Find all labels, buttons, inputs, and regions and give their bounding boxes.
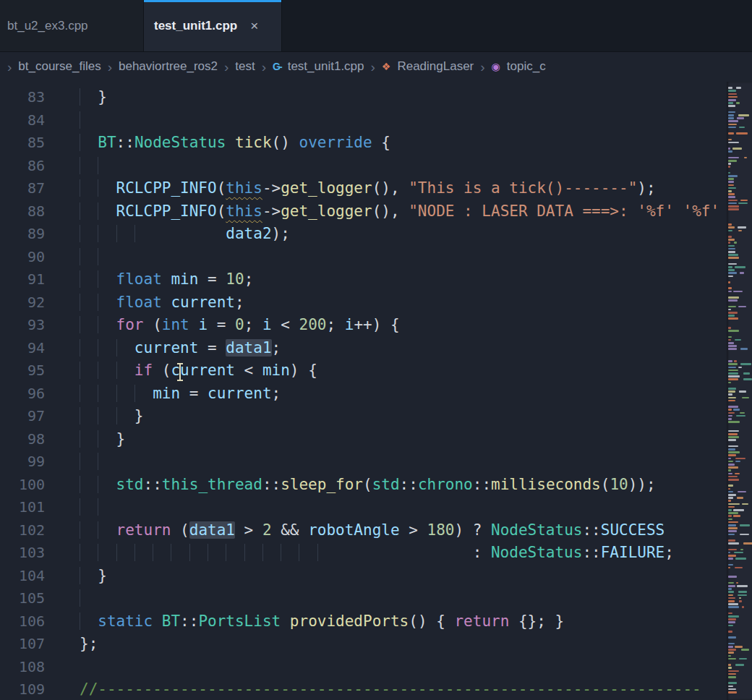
- code-text[interactable]: [45, 451, 116, 474]
- code-line[interactable]: 103 : NodeStatus::FAILURE;: [0, 542, 727, 565]
- line-number[interactable]: 86: [0, 155, 45, 178]
- line-number[interactable]: 102: [0, 519, 45, 542]
- code-editor-window: bt_u2_ex3.cpp test_unit1.cpp × › bt_cour…: [0, 0, 752, 700]
- code-text[interactable]: static BT::PortsList providedPorts() { r…: [45, 610, 564, 633]
- line-number[interactable]: 97: [0, 405, 45, 428]
- code-line[interactable]: 92 float current;: [0, 291, 727, 315]
- close-icon[interactable]: ×: [250, 18, 258, 34]
- code-line[interactable]: 104 }: [0, 565, 727, 588]
- tab-test-unit1[interactable]: test_unit1.cpp ×: [144, 0, 282, 51]
- code-text[interactable]: BT::NodeStatus tick() override {: [45, 132, 390, 155]
- code-text[interactable]: //--------------------------------------…: [45, 678, 701, 700]
- line-number[interactable]: 90: [0, 246, 45, 269]
- code-line[interactable]: 97 }: [0, 405, 727, 428]
- line-number[interactable]: 108: [0, 656, 45, 679]
- code-text[interactable]: [45, 496, 116, 519]
- code-text[interactable]: [45, 155, 116, 178]
- code-line[interactable]: 83 }: [0, 86, 727, 109]
- code-line[interactable]: 101: [0, 496, 727, 519]
- code-line[interactable]: 108: [0, 656, 727, 679]
- code-line[interactable]: 109//-----------------------------------…: [0, 678, 727, 700]
- code-line[interactable]: 90: [0, 246, 727, 269]
- code-text[interactable]: [45, 587, 98, 610]
- code-line[interactable]: 91 float min = 10;: [0, 268, 727, 291]
- breadcrumb-item-test-unit1-cpp[interactable]: test_unit1.cpp: [288, 59, 364, 74]
- code-line[interactable]: 89 data2);: [0, 223, 727, 246]
- line-number[interactable]: 105: [0, 587, 45, 610]
- line-number[interactable]: 84: [0, 109, 45, 132]
- code-text[interactable]: [45, 109, 98, 132]
- code-text[interactable]: }: [45, 405, 144, 428]
- code-text[interactable]: float min = 10;: [45, 268, 253, 291]
- breadcrumb-item-test[interactable]: test: [235, 59, 255, 74]
- code-lines[interactable]: 83 }84 85 BT::NodeStatus tick() override…: [0, 86, 727, 700]
- code-text[interactable]: current = data1;: [45, 337, 281, 360]
- code-area[interactable]: 83 }84 85 BT::NodeStatus tick() override…: [0, 82, 727, 700]
- code-text[interactable]: for (int i = 0; i < 200; i++) {: [45, 314, 400, 337]
- minimap[interactable]: [727, 82, 752, 700]
- code-text[interactable]: std::this_thread::sleep_for(std::chrono:…: [45, 474, 656, 497]
- code-text[interactable]: [45, 246, 116, 269]
- code-line[interactable]: 87 RCLCPP_INFO(this->get_logger(), "This…: [0, 177, 727, 200]
- code-line[interactable]: 99: [0, 451, 727, 474]
- chevron-right-icon: ›: [224, 60, 228, 74]
- code-text[interactable]: [45, 656, 80, 679]
- line-number[interactable]: 100: [0, 474, 45, 497]
- line-number[interactable]: 85: [0, 132, 45, 155]
- line-number[interactable]: 92: [0, 291, 45, 315]
- line-number[interactable]: 87: [0, 177, 45, 200]
- code-text[interactable]: }: [45, 86, 107, 109]
- tab-bt-u2-ex3[interactable]: bt_u2_ex3.cpp: [0, 0, 144, 51]
- method-symbol-icon: ◉: [492, 61, 500, 72]
- code-text[interactable]: if (current < min) {: [45, 359, 317, 383]
- breadcrumb-item-behaviortree-ros2[interactable]: behaviortree_ros2: [119, 59, 218, 74]
- code-text[interactable]: RCLCPP_INFO(this->get_logger(), "This is…: [45, 177, 656, 200]
- code-line[interactable]: 102 return (data1 > 2 && robotAngle > 18…: [0, 519, 727, 542]
- code-line[interactable]: 100 std::this_thread::sleep_for(std::chr…: [0, 474, 727, 497]
- breadcrumb-item-readinglaser[interactable]: ReadingLaser: [397, 59, 474, 74]
- line-number[interactable]: 109: [0, 678, 45, 700]
- line-number[interactable]: 106: [0, 610, 45, 633]
- code-text[interactable]: min = current;: [45, 383, 281, 406]
- line-number[interactable]: 98: [0, 428, 45, 451]
- code-text[interactable]: }: [45, 428, 125, 451]
- line-number[interactable]: 99: [0, 451, 45, 474]
- code-line[interactable]: 96 min = current;: [0, 383, 727, 406]
- line-number[interactable]: 91: [0, 268, 45, 291]
- line-number[interactable]: 96: [0, 383, 45, 406]
- code-line[interactable]: 93 for (int i = 0; i < 200; i++) {: [0, 314, 727, 337]
- code-line[interactable]: 95 if (current < min) {: [0, 359, 727, 383]
- line-number[interactable]: 101: [0, 496, 45, 519]
- editor-pane[interactable]: 83 }84 85 BT::NodeStatus tick() override…: [0, 82, 752, 700]
- line-number[interactable]: 89: [0, 223, 45, 246]
- class-symbol-icon: ❖: [382, 61, 391, 72]
- code-line[interactable]: 88 RCLCPP_INFO(this->get_logger(), "NODE…: [0, 200, 727, 223]
- line-number[interactable]: 88: [0, 200, 45, 223]
- line-number[interactable]: 107: [0, 633, 45, 656]
- line-number[interactable]: 93: [0, 314, 45, 337]
- code-text[interactable]: }: [45, 565, 107, 588]
- code-text[interactable]: : NodeStatus::FAILURE;: [45, 542, 674, 565]
- breadcrumb-item-topic[interactable]: topic_c: [507, 59, 546, 74]
- code-line[interactable]: 94 current = data1;: [0, 337, 727, 360]
- code-line[interactable]: 105: [0, 587, 727, 610]
- code-text[interactable]: data2);: [45, 223, 290, 246]
- code-text[interactable]: return (data1 > 2 && robotAngle > 180) ?…: [45, 519, 665, 542]
- tab-bar: bt_u2_ex3.cpp test_unit1.cpp ×: [0, 0, 752, 52]
- code-text[interactable]: float current;: [45, 291, 244, 315]
- line-number[interactable]: 95: [0, 359, 45, 383]
- code-text[interactable]: };: [45, 633, 98, 656]
- code-line[interactable]: 106 static BT::PortsList providedPorts()…: [0, 610, 727, 633]
- breadcrumb-item-bt-course-files[interactable]: bt_course_files: [18, 59, 101, 74]
- line-number[interactable]: 104: [0, 565, 45, 588]
- line-number[interactable]: 103: [0, 542, 45, 565]
- line-number[interactable]: 94: [0, 337, 45, 360]
- code-line[interactable]: 86: [0, 155, 727, 178]
- code-text[interactable]: RCLCPP_INFO(this->get_logger(), "NODE : …: [45, 200, 719, 223]
- line-number[interactable]: 83: [0, 86, 45, 109]
- code-line[interactable]: 98 }: [0, 428, 727, 451]
- code-line[interactable]: 107};: [0, 633, 727, 656]
- code-line[interactable]: 84: [0, 109, 727, 132]
- chevron-right-icon: ›: [480, 60, 484, 74]
- code-line[interactable]: 85 BT::NodeStatus tick() override {: [0, 132, 727, 155]
